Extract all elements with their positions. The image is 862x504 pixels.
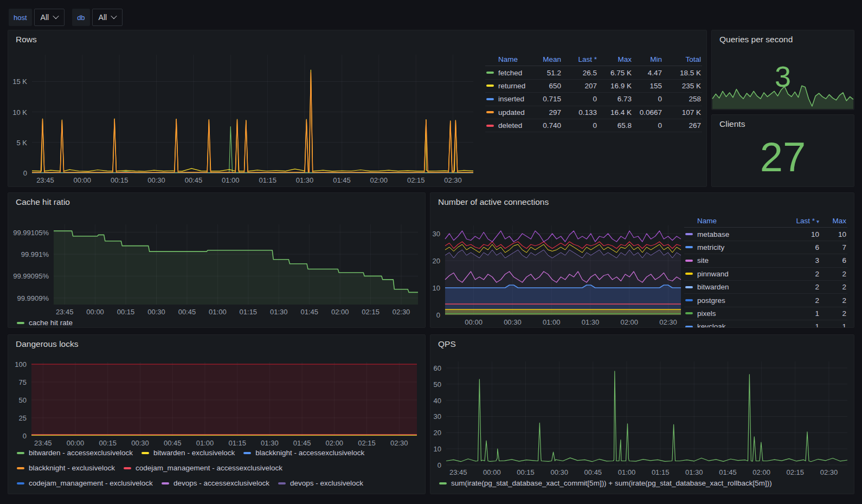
column-header[interactable]: Last *	[562, 55, 598, 63]
legend-item[interactable]: devops - exclusivelock	[278, 477, 363, 490]
legend-item[interactable]: blackknight - exclusivelock	[17, 462, 115, 475]
stat-value-cell: 0	[562, 95, 598, 103]
y-axis-tick: 99.991%	[21, 250, 49, 258]
series-name: pixels	[697, 309, 716, 318]
x-axis-tick: 00:30	[131, 439, 149, 447]
variable-db-dropdown[interactable]: All	[92, 9, 123, 26]
column-header[interactable]: Total	[663, 55, 702, 63]
cache-legend: cache hit rate	[17, 316, 420, 328]
stat-value-cell: 2	[789, 296, 820, 305]
panel-title[interactable]: QPS	[438, 339, 456, 349]
panel-title[interactable]: Queries per second	[719, 35, 793, 44]
x-axis-tick: 02:00	[331, 308, 349, 316]
x-axis-tick: 00:15	[517, 468, 535, 476]
legend-item[interactable]: metabase - accessexclusivelock	[237, 492, 353, 494]
qps-chart[interactable]: 010203040506023:4500:0000:1500:3000:4501…	[446, 361, 847, 465]
y-axis-tick: 0	[436, 311, 440, 319]
column-header[interactable]: Name	[684, 217, 789, 225]
y-axis-tick: 30	[434, 412, 441, 421]
legend-item[interactable]: keycloak - exclusivelock	[138, 492, 228, 494]
stat-value-cell: 4.47	[633, 69, 663, 77]
column-header[interactable]: Max	[598, 55, 633, 63]
series-name-cell[interactable]: updated	[485, 108, 530, 117]
legend-item[interactable]: keycloak - accessexclusivelock	[17, 492, 130, 494]
series-color-swatch	[685, 246, 693, 248]
stat-value-cell: 10	[820, 230, 847, 238]
y-axis-tick: 99.99105%	[13, 228, 49, 236]
series-name-cell[interactable]: keycloak	[684, 322, 789, 328]
x-axis-tick: 02:00	[326, 439, 344, 447]
series-color-swatch	[685, 299, 693, 301]
x-axis-tick: 00:45	[178, 308, 196, 316]
x-axis-tick: 01:15	[259, 176, 276, 184]
stat-value-cell: 155	[633, 82, 663, 90]
legend-item[interactable]: bitwarden - accessexclusivelock	[17, 447, 133, 460]
column-header[interactable]: Last *▾	[789, 217, 820, 225]
x-axis-tick: 01:30	[296, 176, 314, 184]
panel-title[interactable]: Rows	[16, 35, 37, 44]
y-axis-tick: 30	[433, 230, 440, 238]
y-axis-tick: 99.9909%	[17, 294, 49, 302]
panel-title[interactable]: Clients	[719, 119, 745, 129]
series-color-swatch	[439, 482, 447, 484]
stat-value-cell: 2	[789, 283, 820, 291]
x-axis-tick: 02:00	[752, 468, 770, 476]
series-name-cell[interactable]: metabase	[684, 230, 789, 238]
stat-value-cell: 10	[789, 230, 820, 238]
series-name-cell[interactable]: site	[684, 256, 789, 264]
cache-hit-chart[interactable]: 99.9909%99.99095%99.991%99.99105%23:4500…	[54, 224, 418, 305]
legend-item[interactable]: cache hit rate	[17, 316, 73, 328]
x-axis-tick: 00:30	[550, 468, 568, 476]
y-axis-tick: 60	[434, 364, 441, 372]
column-header[interactable]: Name	[485, 55, 530, 63]
x-axis-tick: 00:30	[504, 318, 522, 326]
legend-item[interactable]: sum(irate(pg_stat_database_xact_commit[5…	[439, 477, 772, 490]
legend-item[interactable]: bitwarden - exclusivelock	[141, 447, 235, 460]
x-axis-tick: 01:45	[719, 468, 737, 476]
dangerous-locks-legend: bitwarden - accessexclusivelockbitwarden…	[17, 447, 422, 494]
series-color-swatch	[685, 273, 693, 275]
legend-item[interactable]: blackknight - accessexclusivelock	[243, 447, 364, 460]
connections-chart[interactable]: 010203000:0000:3001:0001:3002:0002:30	[445, 225, 681, 315]
rows-chart[interactable]: 05 K10 K15 K23:4500:0000:1500:3000:4501:…	[32, 55, 473, 173]
column-header[interactable]: Max	[820, 217, 847, 225]
x-axis-tick: 23:45	[449, 468, 467, 476]
table-row: metabase1010	[684, 228, 847, 241]
panel-title[interactable]: Dangerous locks	[16, 339, 78, 349]
legend-item[interactable]: devops - accessexclusivelock	[162, 477, 269, 490]
x-axis-tick: 00:45	[584, 468, 602, 476]
x-axis-tick: 01:30	[270, 308, 288, 316]
series-name-cell[interactable]: metricity	[684, 243, 789, 251]
legend-label: cache hit rate	[29, 316, 73, 328]
series-name-cell[interactable]: pixels	[684, 309, 789, 318]
series-name-cell[interactable]: deleted	[485, 121, 530, 130]
panel-title[interactable]: Number of active connections	[438, 197, 549, 207]
x-axis-tick: 00:30	[147, 308, 165, 316]
dangerous-locks-chart[interactable]: 025507510023:4500:0000:1500:3000:4501:00…	[31, 362, 417, 436]
series-name-cell[interactable]: inserted	[485, 95, 530, 103]
series-name-cell[interactable]: bitwarden	[684, 283, 789, 291]
series-color-swatch	[685, 312, 693, 314]
table-row: postgres22	[684, 294, 847, 307]
stat-value-cell: 6.75 K	[598, 69, 633, 77]
series-color-swatch	[685, 326, 693, 328]
y-axis-tick: 40	[434, 396, 441, 404]
series-name-cell[interactable]: returned	[485, 82, 530, 90]
stat-value-cell: 26.5	[562, 69, 598, 77]
series-name-cell[interactable]: pinnwand	[684, 270, 789, 278]
series-name-cell[interactable]: postgres	[684, 296, 789, 305]
x-axis-tick: 01:00	[196, 439, 214, 447]
legend-item[interactable]: codejam_management - exclusivelock	[17, 477, 153, 490]
panel-title[interactable]: Cache hit ratio	[16, 197, 70, 207]
x-axis-tick: 00:00	[86, 308, 104, 316]
y-axis-tick: 75	[19, 378, 27, 386]
y-axis-tick: 10	[433, 284, 440, 292]
column-header[interactable]: Min	[633, 55, 663, 63]
series-name-cell[interactable]: fetched	[485, 69, 530, 77]
variable-host-dropdown[interactable]: All	[34, 9, 65, 26]
column-header[interactable]: Mean	[530, 55, 562, 63]
series-color-swatch	[685, 233, 693, 235]
x-axis-tick: 01:45	[300, 308, 318, 316]
stat-value-cell: 0.133	[562, 108, 598, 117]
legend-item[interactable]: codejam_management - accessexclusivelock	[124, 462, 282, 475]
